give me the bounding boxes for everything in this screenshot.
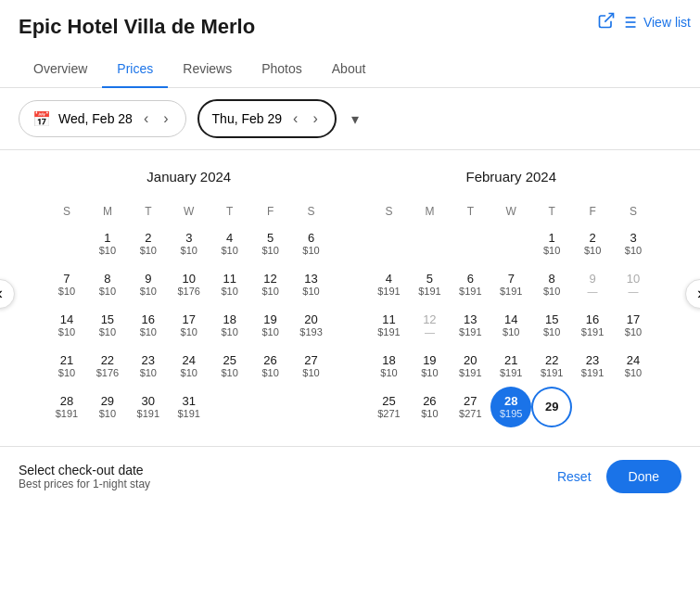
tab-about[interactable]: About [317, 50, 381, 87]
feb-27[interactable]: 27$271 [450, 387, 490, 427]
calendar-icon: 📅 [32, 110, 51, 128]
feb-4[interactable]: 4$191 [369, 264, 410, 305]
top-right-actions: View list [597, 11, 691, 32]
feb-16[interactable]: 16$191 [572, 305, 613, 346]
external-link-button[interactable] [597, 11, 616, 32]
jan-empty-5b [250, 387, 291, 427]
jan-dow-4: T [210, 199, 250, 223]
feb-empty-5b [613, 387, 654, 427]
jan-31[interactable]: 31$191 [169, 387, 210, 427]
feb-2[interactable]: 2$10 [572, 223, 613, 264]
jan-9[interactable]: 9$10 [128, 264, 169, 305]
feb-11[interactable]: 11$191 [369, 305, 410, 346]
feb-18[interactable]: 18$10 [369, 346, 410, 387]
jan-22[interactable]: 22$176 [87, 346, 128, 387]
feb-6[interactable]: 6$191 [450, 264, 490, 305]
jan-6[interactable]: 6$10 [291, 223, 332, 264]
check-out-prev-btn[interactable]: ‹ [289, 108, 301, 129]
tab-reviews[interactable]: Reviews [168, 50, 247, 87]
feb-dow-1: M [409, 199, 450, 223]
check-out-pill[interactable]: Thu, Feb 29 ‹ › [197, 99, 337, 138]
feb-dow-0: S [369, 199, 410, 223]
feb-8[interactable]: 8$10 [531, 264, 572, 305]
jan-empty-1 [46, 223, 87, 264]
calendar-next-btn[interactable]: › [685, 279, 700, 309]
feb-5[interactable]: 5$191 [409, 264, 450, 305]
feb-14[interactable]: 14$10 [490, 305, 531, 346]
tab-overview[interactable]: Overview [19, 50, 102, 87]
jan-4[interactable]: 4$10 [210, 223, 250, 264]
feb-29-selected[interactable]: 29 [531, 387, 572, 427]
jan-23[interactable]: 23$10 [128, 346, 169, 387]
header: Epic Hotel Villa de Merlo [0, 0, 700, 39]
jan-dow-1: M [87, 199, 128, 223]
feb-empty-1c [450, 223, 490, 264]
jan-10[interactable]: 10$176 [169, 264, 210, 305]
feb-3[interactable]: 3$10 [613, 223, 654, 264]
hotel-title: Epic Hotel Villa de Merlo [19, 15, 681, 39]
footer-text: Select check-out date Best prices for 1-… [19, 463, 150, 490]
jan-14[interactable]: 14$10 [46, 305, 87, 346]
check-out-label: Thu, Feb 29 [212, 111, 283, 126]
reset-button[interactable]: Reset [557, 469, 592, 484]
jan-20[interactable]: 20$193 [291, 305, 332, 346]
feb-26[interactable]: 26$10 [409, 387, 450, 427]
check-in-label: Wed, Feb 28 [58, 111, 133, 126]
jan-2[interactable]: 2$10 [128, 223, 169, 264]
feb-15[interactable]: 15$10 [531, 305, 572, 346]
view-list-label: View list [643, 15, 691, 30]
jan-21[interactable]: 21$10 [46, 346, 87, 387]
feb-21[interactable]: 21$191 [490, 346, 531, 387]
jan-27[interactable]: 27$10 [291, 346, 332, 387]
feb-17[interactable]: 17$10 [613, 305, 654, 346]
jan-8[interactable]: 8$10 [87, 264, 128, 305]
feb-22[interactable]: 22$191 [531, 346, 572, 387]
done-button[interactable]: Done [606, 460, 681, 493]
jan-25[interactable]: 25$10 [210, 346, 250, 387]
jan-28[interactable]: 28$191 [46, 387, 87, 427]
jan-17[interactable]: 17$10 [169, 305, 210, 346]
feb-25[interactable]: 25$271 [369, 387, 410, 427]
feb-13[interactable]: 13$191 [450, 305, 490, 346]
check-in-prev-btn[interactable]: ‹ [140, 108, 152, 129]
feb-28-selected[interactable]: 28$195 [490, 387, 531, 427]
jan-30[interactable]: 30$191 [128, 387, 169, 427]
jan-12[interactable]: 12$10 [250, 264, 291, 305]
check-in-pill[interactable]: 📅 Wed, Feb 28 ‹ › [19, 100, 186, 137]
jan-1[interactable]: 1$10 [87, 223, 128, 264]
calendar-area: January 2024 S M T W T F S 1$10 2$10 3$1… [28, 150, 672, 437]
feb-7[interactable]: 7$191 [490, 264, 531, 305]
check-in-next-btn[interactable]: › [159, 108, 172, 129]
feb-empty-5a [572, 387, 613, 427]
jan-7[interactable]: 7$10 [46, 264, 87, 305]
feb-dow-3: W [490, 199, 531, 223]
jan-16[interactable]: 16$10 [128, 305, 169, 346]
jan-5[interactable]: 5$10 [250, 223, 291, 264]
jan-24[interactable]: 24$10 [169, 346, 210, 387]
jan-dow-5: F [250, 199, 291, 223]
jan-13[interactable]: 13$10 [291, 264, 332, 305]
feb-23[interactable]: 23$191 [572, 346, 613, 387]
feb-dow-6: S [613, 199, 654, 223]
feb-19[interactable]: 19$10 [409, 346, 450, 387]
feb-24[interactable]: 24$10 [613, 346, 654, 387]
tab-photos[interactable]: Photos [247, 50, 317, 87]
jan-18[interactable]: 18$10 [210, 305, 250, 346]
feb-1[interactable]: 1$10 [531, 223, 572, 264]
view-list-button[interactable]: View list [619, 13, 691, 32]
jan-29[interactable]: 29$10 [87, 387, 128, 427]
calendar-prev-btn[interactable]: ‹ [0, 279, 15, 309]
feb-20[interactable]: 20$191 [450, 346, 490, 387]
dropdown-arrow-btn[interactable]: ▾ [348, 107, 363, 132]
jan-19[interactable]: 19$10 [250, 305, 291, 346]
jan-3[interactable]: 3$10 [169, 223, 210, 264]
jan-26[interactable]: 26$10 [250, 346, 291, 387]
february-calendar: February 2024 S M T W T F S 1$10 2$10 [369, 169, 655, 427]
check-out-next-btn[interactable]: › [309, 108, 321, 129]
tab-prices[interactable]: Prices [102, 50, 168, 87]
january-title: January 2024 [46, 169, 332, 185]
page-container: View list Epic Hotel Villa de Merlo Over… [0, 0, 700, 611]
jan-15[interactable]: 15$10 [87, 305, 128, 346]
feb-empty-1d [490, 223, 531, 264]
jan-11[interactable]: 11$10 [210, 264, 250, 305]
